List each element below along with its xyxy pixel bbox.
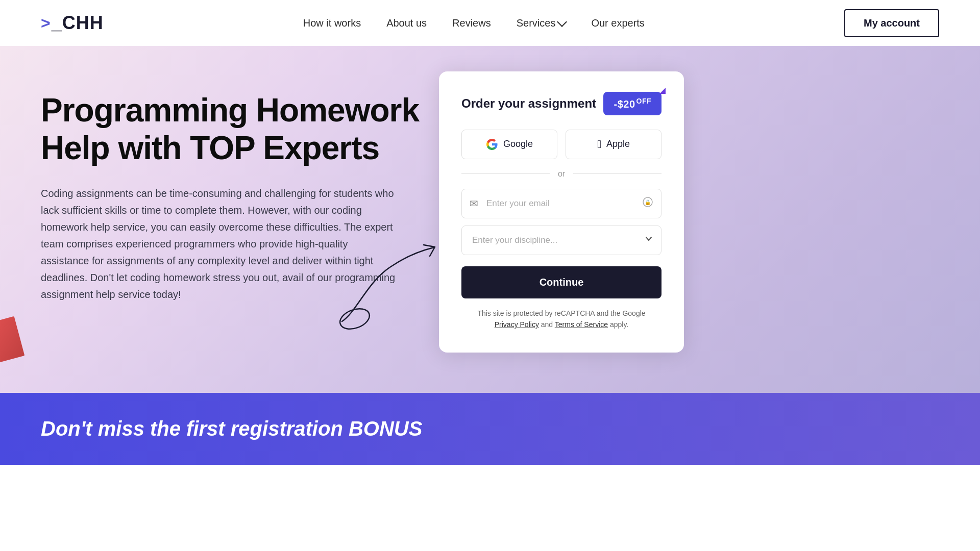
dropdown-arrow-icon <box>644 234 653 246</box>
social-buttons: Google  Apple <box>461 130 662 159</box>
eye-icon: 🔒 <box>642 196 653 210</box>
recaptcha-notice: This site is protected by reCAPTCHA and … <box>461 308 662 331</box>
continue-button[interactable]: Continue <box>461 266 662 298</box>
or-divider: or <box>461 169 662 179</box>
bonus-text: Don't miss the first registration BONUS <box>41 417 422 440</box>
logo-text: _CHH <box>52 12 104 34</box>
apple-icon:  <box>597 139 601 150</box>
email-input[interactable] <box>461 189 662 218</box>
apple-signin-button[interactable]:  Apple <box>566 130 662 159</box>
logo-chevron-icon: > <box>41 14 51 33</box>
terms-of-service-link[interactable]: Terms of Service <box>555 320 608 329</box>
hero-description: Coding assignments can be time-consuming… <box>41 185 398 303</box>
nav: How it works About us Reviews Services O… <box>303 17 645 29</box>
discipline-form-group <box>461 226 662 255</box>
svg-text:🔒: 🔒 <box>645 199 651 206</box>
privacy-policy-link[interactable]: Privacy Policy <box>495 320 539 329</box>
email-input-wrapper: ✉ 🔒 <box>461 189 662 218</box>
chevron-down-icon <box>557 17 567 27</box>
card-header: Order your assignment -$20OFF <box>461 92 662 115</box>
my-account-button[interactable]: My account <box>844 9 939 37</box>
discipline-input-wrapper <box>461 226 662 255</box>
nav-our-experts[interactable]: Our experts <box>591 17 644 29</box>
order-card: Order your assignment -$20OFF Google  A… <box>439 71 684 353</box>
nav-how-it-works[interactable]: How it works <box>303 17 361 29</box>
hero-section: Programming Homework Help with TOP Exper… <box>0 46 980 393</box>
email-form-group: ✉ 🔒 <box>461 189 662 218</box>
book-decoration <box>0 316 24 362</box>
hero-title: Programming Homework Help with TOP Exper… <box>41 92 439 167</box>
hero-content: Programming Homework Help with TOP Exper… <box>41 77 439 303</box>
nav-about-us[interactable]: About us <box>386 17 427 29</box>
svg-point-0 <box>337 305 373 332</box>
bonus-banner: Don't miss the first registration BONUS <box>0 393 980 465</box>
google-signin-button[interactable]: Google <box>461 130 557 159</box>
white-bar <box>0 465 980 490</box>
nav-reviews[interactable]: Reviews <box>452 17 491 29</box>
card-title: Order your assignment <box>461 96 596 111</box>
discount-badge: -$20OFF <box>603 92 662 115</box>
header: > _CHH How it works About us Reviews Ser… <box>0 0 980 46</box>
nav-services[interactable]: Services <box>517 17 566 29</box>
email-icon: ✉ <box>470 197 478 210</box>
google-icon <box>486 138 498 151</box>
discipline-input[interactable] <box>461 226 662 255</box>
logo[interactable]: > _CHH <box>41 12 104 34</box>
